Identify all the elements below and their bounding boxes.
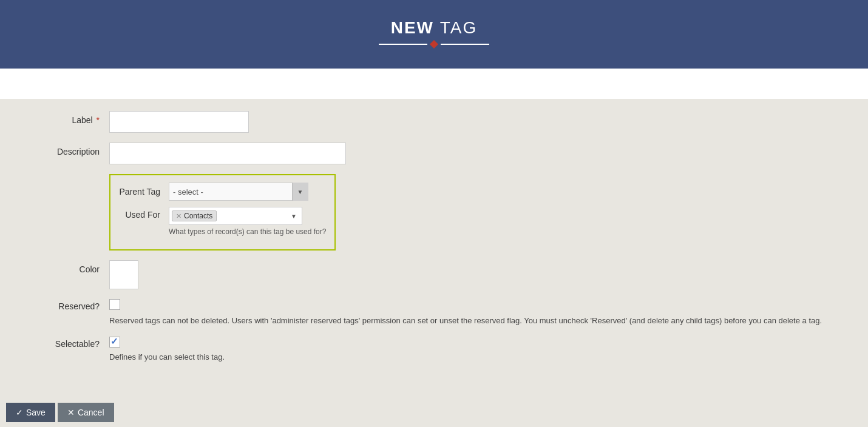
used-for-select-wrap[interactable]: ✕ Contacts ▼ [169,207,302,225]
description-input[interactable] [109,143,346,164]
selectable-checkbox[interactable] [109,337,120,348]
selectable-description: Defines if you can select this tag. [109,350,225,361]
color-row: Color [24,260,868,289]
form-area: Label * Description Parent Tag - select … [0,99,868,395]
white-spacer [0,69,868,99]
cancel-label: Cancel [78,408,104,417]
page-title-wrap: NEW TAG [379,18,489,47]
save-button[interactable]: ✓ Save [6,403,55,422]
page-title: NEW TAG [379,18,489,38]
contacts-badge-label: Contacts [184,212,212,220]
save-checkmark-icon: ✓ [16,408,23,417]
title-underline [379,41,489,47]
right-line [441,44,489,45]
label-field-label: Label * [24,111,109,125]
save-label: Save [26,408,46,417]
required-star: * [94,115,100,125]
reserved-row: Reserved? Reserved tags can not be delet… [24,299,868,327]
selectable-label: Selectable? [24,337,109,349]
used-for-hint: What types of record(s) can this tag be … [169,227,326,236]
cancel-x-icon: ✕ [67,408,75,417]
parent-tag-label: Parent Tag [119,187,169,197]
highlight-box: Parent Tag - select - ▼ Used For ✕ Conta… [109,174,336,250]
description-field-label: Description [24,143,109,156]
parent-tag-select-wrap[interactable]: - select - ▼ [169,183,308,201]
parent-tag-row: Parent Tag - select - ▼ [119,183,326,201]
left-line [379,44,427,45]
reserved-checkbox[interactable] [109,299,120,310]
page-header: NEW TAG [0,0,868,69]
used-for-label: Used For [119,207,169,220]
action-buttons: ✓ Save ✕ Cancel [0,398,120,427]
label-input[interactable] [109,111,249,133]
label-row: Label * [24,111,868,133]
selectable-row: Selectable? Defines if you can select th… [24,337,868,361]
diamond-icon [430,40,438,49]
description-row: Description [24,143,868,164]
title-bold: NEW [391,18,434,37]
parent-tag-dropdown-arrow[interactable]: ▼ [292,183,308,201]
highlight-section-row: Parent Tag - select - ▼ Used For ✕ Conta… [24,174,868,250]
contacts-badge-remove[interactable]: ✕ [176,212,181,220]
contacts-badge: ✕ Contacts [172,210,217,221]
cancel-button[interactable]: ✕ Cancel [58,403,114,422]
used-for-dropdown-arrow[interactable]: ▼ [288,213,299,220]
color-picker[interactable] [109,260,138,289]
reserved-description: Reserved tags can not be deleted. Users … [109,312,822,327]
parent-tag-select[interactable]: - select - [169,187,292,197]
title-light: TAG [440,18,477,37]
used-for-row: Used For ✕ Contacts ▼ What types of reco… [119,207,326,236]
reserved-label: Reserved? [24,299,109,311]
color-label: Color [24,260,109,274]
